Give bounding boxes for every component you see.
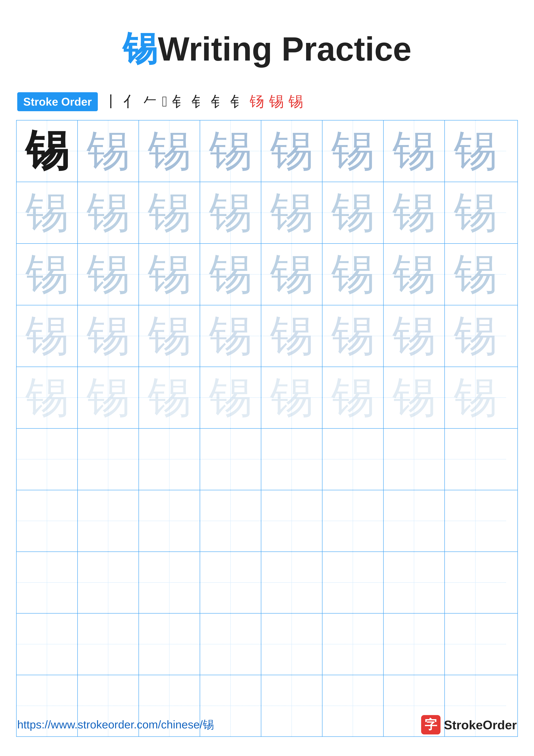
cell-8-7 [384,552,445,613]
footer: https://www.strokeorder.com/chinese/锡 字 … [0,715,534,735]
cell-6-8 [445,429,506,490]
cell-1-6: 锡 [322,121,384,182]
cell-4-6: 锡 [322,305,384,366]
cell-6-3 [139,429,200,490]
cell-4-1: 锡 [16,305,78,366]
cell-3-6: 锡 [322,244,384,305]
cell-5-3: 锡 [139,367,200,428]
cell-1-7: 锡 [384,121,445,182]
cell-1-4: 锡 [200,121,261,182]
cell-3-4: 锡 [200,244,261,305]
cell-1-3: 锡 [139,121,200,182]
cell-4-5: 锡 [261,305,322,366]
stroke-order-row: Stroke Order 丨 亻 𠂉 𠃌 钅 钅 钅 钅 钖 锡 锡 [0,85,534,120]
cell-3-5: 锡 [261,244,322,305]
cell-9-1 [16,613,78,675]
cell-5-2: 锡 [78,367,139,428]
cell-7-8 [445,490,506,552]
cell-3-7: 锡 [384,244,445,305]
cell-2-7: 锡 [384,182,445,243]
cell-5-8: 锡 [445,367,506,428]
cell-6-6 [322,429,384,490]
cell-9-6 [322,613,384,675]
cell-3-2: 锡 [78,244,139,305]
stroke-7: 钅 [211,92,225,111]
cell-5-4: 锡 [200,367,261,428]
cell-7-5 [261,490,322,552]
cell-4-2: 锡 [78,305,139,366]
grid-row-1: 锡 锡 锡 锡 锡 锡 锡 锡 [16,121,518,182]
cell-3-8: 锡 [445,244,506,305]
stroke-1: 丨 [104,92,118,111]
cell-9-5 [261,613,322,675]
page-title: 锡 Writing Practice [0,0,534,85]
cell-8-2 [78,552,139,613]
stroke-3: 𠂉 [142,93,157,110]
title-text: Writing Practice [158,30,411,68]
logo-icon: 字 [421,715,441,735]
cell-9-7 [384,613,445,675]
grid-row-8 [16,552,518,613]
grid-row-7 [16,490,518,552]
stroke-4: 𠃌 [162,93,167,110]
footer-url[interactable]: https://www.strokeorder.com/chinese/锡 [17,717,214,732]
stroke-5: 钅 [172,92,187,111]
cell-7-4 [200,490,261,552]
cell-2-4: 锡 [200,182,261,243]
stroke-order-badge: Stroke Order [17,92,98,111]
cell-1-5: 锡 [261,121,322,182]
cell-5-6: 锡 [322,367,384,428]
cell-9-4 [200,613,261,675]
cell-9-2 [78,613,139,675]
footer-logo: 字 StrokeOrder [421,715,517,735]
cell-8-6 [322,552,384,613]
stroke-11: 锡 [289,92,303,111]
grid-row-3: 锡 锡 锡 锡 锡 锡 锡 锡 [16,244,518,305]
cell-5-1: 锡 [16,367,78,428]
cell-2-5: 锡 [261,182,322,243]
grid-row-9 [16,613,518,675]
cell-8-1 [16,552,78,613]
cell-6-2 [78,429,139,490]
cell-7-1 [16,490,78,552]
cell-8-4 [200,552,261,613]
practice-grid: 锡 锡 锡 锡 锡 锡 锡 锡 锡 锡 锡 锡 锡 锡 锡 锡 锡 锡 锡 锡 … [16,120,518,737]
cell-6-7 [384,429,445,490]
cell-4-7: 锡 [384,305,445,366]
title-char: 锡 [123,30,157,68]
stroke-9: 钖 [250,92,264,111]
cell-3-3: 锡 [139,244,200,305]
cell-8-3 [139,552,200,613]
cell-7-3 [139,490,200,552]
cell-2-8: 锡 [445,182,506,243]
cell-4-3: 锡 [139,305,200,366]
cell-9-8 [445,613,506,675]
cell-2-3: 锡 [139,182,200,243]
cell-8-5 [261,552,322,613]
grid-row-4: 锡 锡 锡 锡 锡 锡 锡 锡 [16,305,518,367]
grid-row-2: 锡 锡 锡 锡 锡 锡 锡 锡 [16,182,518,244]
cell-1-1: 锡 [16,121,78,182]
cell-6-4 [200,429,261,490]
cell-6-5 [261,429,322,490]
cell-7-7 [384,490,445,552]
cell-1-2: 锡 [78,121,139,182]
cell-1-8: 锡 [445,121,506,182]
cell-2-6: 锡 [322,182,384,243]
grid-row-6 [16,429,518,490]
grid-row-5: 锡 锡 锡 锡 锡 锡 锡 锡 [16,367,518,429]
cell-7-2 [78,490,139,552]
cell-9-3 [139,613,200,675]
logo-text: StrokeOrder [444,717,517,732]
stroke-order-chars: 丨 亻 𠂉 𠃌 钅 钅 钅 钅 钖 锡 锡 [104,92,303,111]
cell-8-8 [445,552,506,613]
cell-4-8: 锡 [445,305,506,366]
cell-3-1: 锡 [16,244,78,305]
cell-2-2: 锡 [78,182,139,243]
cell-4-4: 锡 [200,305,261,366]
stroke-6: 钅 [191,92,206,111]
cell-6-1 [16,429,78,490]
cell-2-1: 锡 [16,182,78,243]
cell-5-5: 锡 [261,367,322,428]
cell-7-6 [322,490,384,552]
